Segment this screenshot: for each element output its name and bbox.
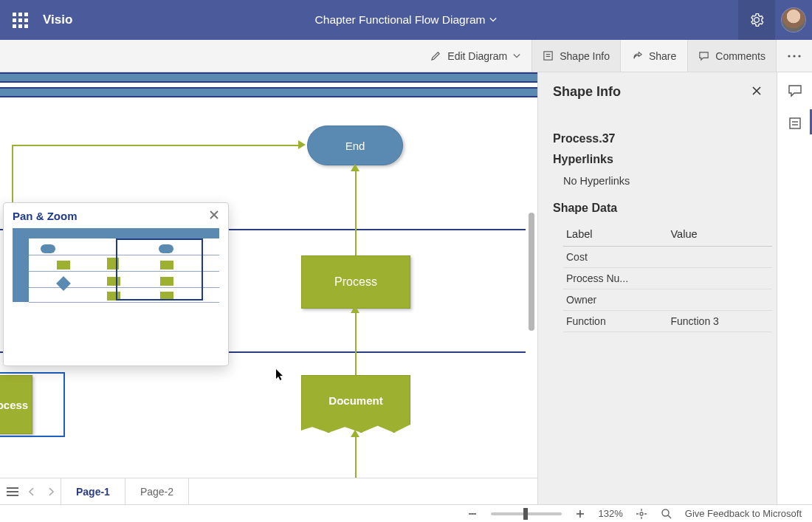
zoom-percent[interactable]: 132%: [599, 508, 623, 519]
shape-info-button[interactable]: Shape Info: [531, 40, 621, 72]
shape-info-pane: Shape Info Process.37 Hyperlinks No Hype…: [537, 72, 777, 504]
vertical-scrollbar[interactable]: [529, 213, 534, 331]
connector: [355, 168, 357, 255]
magnifier-icon: [661, 508, 672, 520]
title-bar: Visio Chapter Functional Flow Diagram: [0, 0, 812, 40]
svg-rect-6: [790, 118, 800, 128]
share-button[interactable]: Share: [621, 40, 687, 72]
cursor-pointer-icon: [276, 369, 285, 381]
hyperlinks-heading: Hyperlinks: [553, 153, 762, 166]
table-row: Process Nu...: [563, 268, 772, 289]
arrow-up-icon: [351, 164, 359, 171]
pan-zoom-window[interactable]: Pan & Zoom: [3, 202, 229, 366]
zoom-slider-knob[interactable]: [523, 508, 528, 520]
edit-diagram-button[interactable]: Edit Diagram: [419, 40, 531, 72]
page-list-button[interactable]: [3, 482, 22, 501]
share-icon: [632, 50, 643, 61]
diagram-canvas[interactable]: End Process Document rocess: [0, 72, 537, 504]
share-label: Share: [649, 50, 676, 62]
settings-button[interactable]: [738, 0, 775, 40]
swimlane-header: [0, 72, 537, 83]
comments-button[interactable]: Comments: [687, 40, 777, 72]
shape-info-icon: [543, 50, 554, 61]
swimlane-subheader: [0, 87, 537, 97]
rail-shape-info-button[interactable]: [785, 114, 805, 133]
page-tab[interactable]: Page-1: [61, 478, 125, 505]
svg-point-13: [662, 509, 669, 516]
document-title-text: Chapter Functional Flow Diagram: [315, 13, 486, 27]
feedback-link[interactable]: Give Feedback to Microsoft: [685, 508, 802, 519]
node-process-label: Process: [334, 275, 377, 289]
fit-window-icon: [636, 508, 647, 520]
close-icon: [209, 210, 219, 220]
right-rail: [777, 72, 812, 504]
hyperlinks-empty-text: No Hyperlinks: [563, 175, 762, 187]
svg-point-3: [788, 55, 790, 57]
flow-node-process[interactable]: Process: [301, 255, 410, 309]
ellipsis-icon: [788, 55, 801, 58]
page-tab[interactable]: Page-2: [125, 478, 189, 505]
svg-line-14: [668, 515, 671, 518]
flow-node-end[interactable]: End: [307, 126, 403, 165]
pan-zoom-minimap[interactable]: [13, 228, 219, 302]
shape-info-label: Shape Info: [560, 50, 610, 62]
col-value: Value: [668, 222, 773, 247]
close-icon: [751, 86, 762, 96]
pencil-icon: [430, 50, 441, 61]
chevron-down-icon: [513, 52, 520, 60]
arrow-up-icon: [351, 430, 359, 437]
chevron-left-icon: [28, 487, 35, 496]
user-avatar[interactable]: [775, 0, 812, 40]
pane-close-button[interactable]: [751, 86, 762, 99]
svg-point-12: [640, 512, 643, 515]
svg-point-4: [793, 55, 795, 57]
chevron-down-icon: [489, 16, 497, 24]
table-row: Cost: [563, 247, 772, 268]
zoom-slider[interactable]: [491, 512, 562, 515]
app-launcher-button[interactable]: [0, 0, 40, 40]
comments-label: Comments: [715, 50, 765, 62]
pan-zoom-title: Pan & Zoom: [13, 210, 78, 222]
chevron-right-icon: [47, 487, 55, 496]
command-bar: Edit Diagram Shape Info Share Comments: [0, 40, 812, 72]
col-label: Label: [563, 222, 668, 247]
avatar-image: [782, 8, 805, 32]
rail-comments-button[interactable]: [785, 81, 805, 100]
app-name: Visio: [43, 13, 72, 27]
edit-diagram-label: Edit Diagram: [447, 50, 507, 62]
more-button[interactable]: [777, 40, 812, 72]
pane-title: Shape Info: [553, 84, 621, 100]
connector: [355, 434, 357, 478]
comment-icon: [698, 50, 709, 61]
connector: [12, 145, 13, 210]
pan-zoom-viewport[interactable]: [116, 238, 203, 301]
arrow-up-icon: [351, 306, 359, 313]
status-bar: 132% Give Feedback to Microsoft: [0, 504, 812, 522]
zoom-out-button[interactable]: [466, 507, 479, 521]
arrow-right-icon: [298, 140, 306, 149]
selection-outline: [0, 372, 65, 437]
page-tab-bar: Page-1 Page-2: [0, 478, 537, 504]
zoom-in-button[interactable]: [574, 507, 587, 521]
table-row: FunctionFunction 3: [563, 311, 772, 332]
connector: [12, 145, 300, 146]
document-title-dropdown[interactable]: Chapter Functional Flow Diagram: [0, 13, 812, 27]
shape-info-icon: [788, 116, 802, 131]
svg-rect-0: [544, 52, 552, 60]
shape-name: Process.37: [553, 132, 762, 145]
prev-page-button[interactable]: [22, 482, 41, 501]
connector: [355, 310, 357, 375]
waffle-icon: [13, 13, 28, 28]
fit-to-window-button[interactable]: [635, 507, 648, 521]
flow-node-document[interactable]: Document: [301, 375, 410, 433]
shape-data-heading: Shape Data: [553, 202, 762, 215]
table-row: Owner: [563, 289, 772, 311]
comment-icon: [788, 83, 802, 98]
next-page-button[interactable]: [41, 482, 61, 501]
node-document-label: Document: [328, 394, 382, 407]
pan-zoom-close-button[interactable]: [209, 209, 219, 222]
node-end-label: End: [345, 140, 365, 152]
shape-data-table: Label Value Cost Process Nu... Owner Fun…: [563, 222, 772, 332]
gear-icon: [749, 13, 764, 27]
zoom-tool-button[interactable]: [660, 507, 673, 521]
